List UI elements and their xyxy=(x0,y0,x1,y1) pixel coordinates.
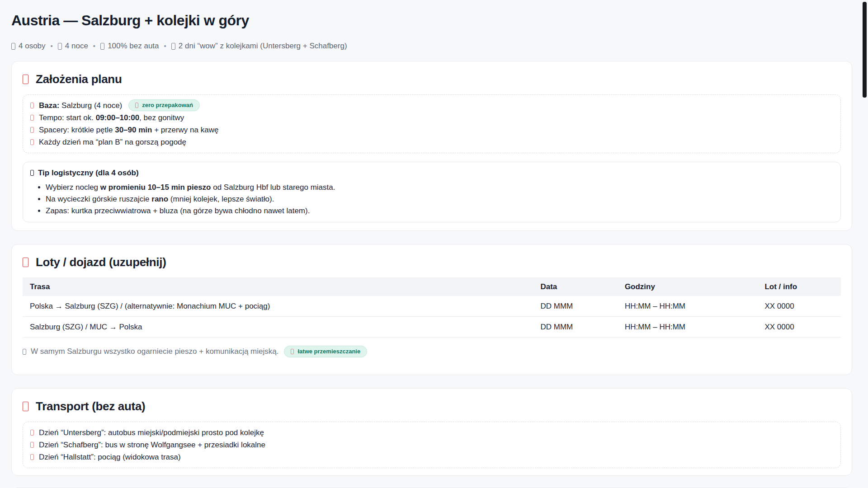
list-item: Każdy dzień ma “plan B” na gorszą pogodę xyxy=(30,136,833,148)
tip-list: Wybierz nocleg w promieniu 10–15 min pie… xyxy=(30,182,833,217)
item-text: Spacery: krótkie pętle xyxy=(39,126,115,134)
card-assumptions: Założenia planu Baza: Salzburg (4 noce)z… xyxy=(11,61,852,231)
item-text: Tempo: start ok. xyxy=(39,113,96,122)
col-header-godziny: Godziny xyxy=(618,277,758,296)
meta-cablecar-label: 2 dni “wow” z kolejkami (Untersberg + Sc… xyxy=(179,41,347,52)
list-item: Dzień “Untersberg”: autobus miejski/podm… xyxy=(30,427,833,439)
list-item: Spacery: krótkie pętle 30–90 min + przer… xyxy=(30,124,833,136)
tip-title-row: Tip logistyczny (dla 4 osób) xyxy=(30,168,833,178)
pin-icon xyxy=(23,75,28,84)
col-header-data: Data xyxy=(533,277,617,296)
tip-title: Tip logistyczny (dla 4 osób) xyxy=(38,168,139,178)
meta-no-car-label: 100% bez auta xyxy=(108,41,159,52)
list-item: Dzień “Hallstatt”: pociąg (widokowa tras… xyxy=(30,451,833,463)
meta-people-label: 4 osoby xyxy=(19,41,46,52)
transport-list-box: Dzień “Untersberg”: autobus miejski/podm… xyxy=(23,422,841,468)
status-badge: łatwe przemieszczanie xyxy=(284,346,367,357)
meta-nights-label: 4 noce xyxy=(65,41,88,52)
item-text: (mniej kolejek, lepsze światło). xyxy=(168,195,274,203)
section-title: Loty / dojazd (uzupełnij) xyxy=(36,254,166,270)
list-item-text: Dzień “Untersberg”: autobus miejski/podm… xyxy=(39,427,264,439)
bulb-icon xyxy=(30,170,34,176)
cell-route: Salzburg (SZG) / MUC → Polska xyxy=(23,317,533,338)
night-icon xyxy=(58,43,62,50)
bullet-emoji-icon xyxy=(30,442,34,448)
flights-title-row: Loty / dojazd (uzupełnij) xyxy=(23,254,841,270)
cell-date: DD MMM xyxy=(533,317,617,338)
people-icon xyxy=(11,43,15,50)
item-text: od Salzburg Hbf lub starego miasta. xyxy=(211,183,335,192)
item-text: Salzburg (4 noce) xyxy=(59,101,122,110)
bullet-emoji-icon xyxy=(30,430,34,436)
badge-label: łatwe przemieszczanie xyxy=(297,347,360,356)
no-car-icon xyxy=(100,43,104,50)
item-text: Na wycieczki górskie ruszajcie xyxy=(46,195,151,203)
info-icon xyxy=(23,349,26,355)
bullet-emoji-icon xyxy=(30,115,34,121)
table-header: Trasa Data Godziny Lot / info xyxy=(23,277,841,296)
transport-title-row: Transport (bez auta) xyxy=(23,399,841,414)
item-text: Wybierz nocleg xyxy=(46,183,100,192)
section-title: Transport (bez auta) xyxy=(36,399,145,414)
list-item-text: Tempo: start ok. 09:00–10:00, bez gonitw… xyxy=(39,112,184,124)
card-transport: Transport (bez auta) Dzień “Untersberg”:… xyxy=(11,388,852,476)
badge-emoji-icon xyxy=(135,103,138,108)
item-bold: 30–90 min xyxy=(115,126,152,134)
tip-item: Na wycieczki górskie ruszajcie rano (mni… xyxy=(46,193,833,205)
bullet-emoji-icon xyxy=(30,139,34,145)
airplane-icon xyxy=(23,258,28,267)
cell-flight: XX 0000 xyxy=(757,296,841,317)
table-row: Salzburg (SZG) / MUC → Polska DD MMM HH:… xyxy=(23,317,841,338)
page-title: Austria — Salzburg + kolejki w góry xyxy=(11,11,852,30)
list-item-text: Baza: Salzburg (4 noce)zero przepakowań xyxy=(39,99,200,112)
note-text: W samym Salzburgu wszystko ogarniecie pi… xyxy=(31,346,278,357)
item-bold: 09:00–10:00 xyxy=(96,113,139,122)
col-header-trasa: Trasa xyxy=(23,277,533,296)
page-content: Austria — Salzburg + kolejki w góry 4 os… xyxy=(0,0,868,488)
scrollbar-track[interactable] xyxy=(861,0,868,488)
list-item-text: Każdy dzień ma “plan B” na gorszą pogodę xyxy=(39,136,186,148)
card-flights: Loty / dojazd (uzupełnij) Trasa Data God… xyxy=(11,244,852,375)
cell-route: Polska → Salzburg (SZG) / (alternatywnie… xyxy=(23,296,533,317)
list-item-text: Spacery: krótkie pętle 30–90 min + przer… xyxy=(39,124,218,136)
cable-car-icon xyxy=(171,43,175,50)
item-bold: Baza: xyxy=(39,101,59,110)
item-text: , bez gonitwy xyxy=(139,113,184,122)
meta-separator: • xyxy=(93,41,95,52)
table-row: Polska → Salzburg (SZG) / (alternatywnie… xyxy=(23,296,841,317)
meta-people: 4 osoby xyxy=(11,41,46,52)
status-badge: zero przepakowań xyxy=(128,99,200,111)
item-bold: rano xyxy=(151,195,168,203)
bus-icon xyxy=(23,402,28,411)
badge-label: zero przepakowań xyxy=(142,101,193,109)
meta-nights: 4 noce xyxy=(58,41,88,52)
cell-hours: HH:MM – HH:MM xyxy=(618,296,758,317)
list-item: Tempo: start ok. 09:00–10:00, bez gonitw… xyxy=(30,112,833,124)
cell-flight: XX 0000 xyxy=(757,317,841,338)
scrollbar-thumb[interactable] xyxy=(863,2,867,98)
meta-no-car: 100% bez auta xyxy=(100,41,159,52)
bullet-emoji-icon xyxy=(30,103,34,108)
meta-cablecar-days: 2 dni “wow” z kolejkami (Untersberg + Sc… xyxy=(171,41,347,52)
list-item-text: Dzień “Hallstatt”: pociąg (widokowa tras… xyxy=(39,451,181,463)
bullet-emoji-icon xyxy=(30,454,34,460)
list-item: Baza: Salzburg (4 noce)zero przepakowań xyxy=(30,99,833,112)
flights-table: Trasa Data Godziny Lot / info Polska → S… xyxy=(23,277,841,338)
tip-item: Wybierz nocleg w promieniu 10–15 min pie… xyxy=(46,182,833,193)
tip-item: Zapas: kurtka przeciwwiatrowa + bluza (n… xyxy=(46,205,833,217)
list-item: Dzień “Schafberg”: bus w stronę Wolfgang… xyxy=(30,439,833,451)
flights-note: W samym Salzburgu wszystko ogarniecie pi… xyxy=(23,346,841,357)
bullet-emoji-icon xyxy=(30,127,34,133)
item-bold: w promieniu 10–15 min pieszo xyxy=(100,183,211,192)
section-title: Założenia planu xyxy=(36,71,122,87)
logistics-tip-box: Tip logistyczny (dla 4 osób) Wybierz noc… xyxy=(23,162,841,222)
meta-separator: • xyxy=(164,41,166,52)
item-text: + przerwy na kawę xyxy=(152,126,218,134)
cell-hours: HH:MM – HH:MM xyxy=(618,317,758,338)
assumptions-list-box: Baza: Salzburg (4 noce)zero przepakowań … xyxy=(23,94,841,153)
list-item-text: Dzień “Schafberg”: bus w stronę Wolfgang… xyxy=(39,439,265,451)
item-text: Zapas: kurtka przeciwwiatrowa + bluza (n… xyxy=(46,206,310,215)
badge-emoji-icon xyxy=(291,349,294,354)
cell-date: DD MMM xyxy=(533,296,617,317)
trip-meta: 4 osoby • 4 noce • 100% bez auta • 2 dni… xyxy=(11,41,852,52)
